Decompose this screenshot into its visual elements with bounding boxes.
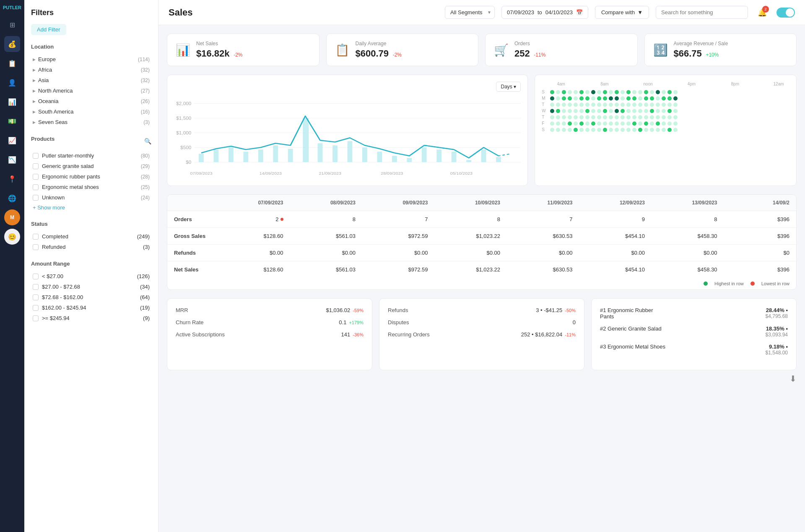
product-checkbox-3[interactable] <box>33 184 39 190</box>
heatmap-dot <box>603 96 607 101</box>
heatmap-dot <box>656 109 660 113</box>
sidebar-item-trend[interactable]: 📉 <box>4 152 20 168</box>
heatmap-dot <box>597 109 601 113</box>
amount-checkbox-2[interactable] <box>33 294 39 300</box>
heatmap-dot <box>568 103 572 107</box>
heatmap-dot <box>662 103 666 107</box>
heatmap-dot <box>568 96 572 101</box>
heatmap-dot <box>650 115 654 119</box>
sidebar-item-dollar[interactable]: 💵 <box>4 113 20 129</box>
location-item-oceania[interactable]: ▶ Oceania (26) <box>31 96 151 106</box>
metric-value: 3 • -$41.25 <box>536 307 562 313</box>
page-title: Sales <box>169 7 193 18</box>
sales-chart: Days ▾ $2,000 $1,500 $1,000 $500 <box>167 75 528 186</box>
table-header-3: 09/09/2023 <box>362 195 435 211</box>
heatmap-dot <box>662 121 666 126</box>
metric-label: Churn Rate <box>176 319 203 325</box>
heatmap-dot <box>638 121 642 126</box>
location-item-south-america[interactable]: ▶ South America (16) <box>31 106 151 117</box>
svg-rect-29 <box>392 156 397 162</box>
kpi-row: 📊 Net Sales $16.82k -2% 📋 Daily Average … <box>167 34 797 66</box>
svg-rect-21 <box>273 145 278 162</box>
cell-3-0: $128.60 <box>218 261 290 278</box>
status-checkbox-0[interactable] <box>33 234 39 240</box>
sidebar-item-customers[interactable]: 👤 <box>4 75 20 90</box>
svg-rect-19 <box>243 152 248 162</box>
heatmap-time-label: noon <box>637 82 659 86</box>
metric-value: $1,036.02 <box>326 307 350 313</box>
product-checkbox-1[interactable] <box>33 163 39 169</box>
heatmap-dot <box>626 109 631 113</box>
kpi-value-3: $66.75 <box>674 48 702 59</box>
segment-select[interactable]: All Segments <box>445 6 495 19</box>
sidebar-item-chart[interactable]: 📈 <box>4 132 20 148</box>
product-checkbox-2[interactable] <box>33 174 39 180</box>
product-checkbox-4[interactable] <box>33 195 39 201</box>
orders-value: 2 <box>275 216 283 222</box>
cell-label-2: Refunds <box>167 245 218 261</box>
location-name: Oceania <box>38 98 58 104</box>
location-item-africa[interactable]: ▶ Africa (32) <box>31 65 151 75</box>
location-item-asia[interactable]: ▶ Asia (32) <box>31 75 151 85</box>
top-product-pct-2: 9.18% • <box>766 343 788 350</box>
face-icon[interactable]: 😊 <box>4 229 20 245</box>
heatmap-dot <box>550 121 554 126</box>
svg-rect-18 <box>229 147 234 162</box>
heatmap-time-label: 8pm <box>724 82 746 86</box>
amount-item-4: >= $245.94 (9) <box>31 313 151 323</box>
date-range-picker[interactable]: 07/09/2023 to 04/10/2023 📅 <box>501 6 588 19</box>
svg-rect-23 <box>303 118 309 162</box>
amount-checkbox-4[interactable] <box>33 315 39 321</box>
top-product-stats-2: 9.18% • $1,548.00 <box>766 343 788 356</box>
table-row-3: Net Sales$128.60$561.03$972.59$1,023.22$… <box>167 261 796 278</box>
heatmap-dot <box>650 128 654 132</box>
top-product-stats-0: 28.44% • $4,795.68 <box>766 307 788 319</box>
heatmap-dot <box>568 128 572 132</box>
sidebar-item-orders[interactable]: 📋 <box>4 55 20 71</box>
search-input[interactable] <box>656 6 748 19</box>
filters-panel: Filters Add Filter Location ▶ Europe (11… <box>24 0 158 532</box>
svg-rect-16 <box>199 154 204 162</box>
location-item-seven-seas[interactable]: ▶ Seven Seas (3) <box>31 117 151 127</box>
sidebar-item-pin[interactable]: 📍 <box>4 171 20 187</box>
add-filter-button[interactable]: Add Filter <box>31 24 66 35</box>
amount-checkbox-3[interactable] <box>33 305 39 311</box>
kpi-value-1: $600.79 <box>356 48 389 59</box>
kpi-icon-1: 📋 <box>335 43 350 57</box>
location-item-north-america[interactable]: ▶ North America (27) <box>31 85 151 96</box>
heatmap-dot <box>673 128 678 132</box>
status-checkbox-1[interactable] <box>33 244 39 250</box>
show-more-button[interactable]: + Show more <box>31 203 151 212</box>
user-avatar[interactable]: M <box>4 209 20 225</box>
kpi-label-3: Average Revenue / Sale <box>674 41 728 46</box>
download-button[interactable]: ⬇ <box>789 374 797 384</box>
svg-rect-31 <box>422 147 427 162</box>
heatmap-dot <box>644 121 648 126</box>
amount-title: Amount Range <box>31 261 151 267</box>
amount-checkbox-1[interactable] <box>33 284 39 290</box>
theme-toggle[interactable] <box>776 8 795 18</box>
lowest-dot <box>750 281 755 286</box>
products-search-icon[interactable]: 🔍 <box>144 138 151 145</box>
heatmap-dot <box>556 109 560 113</box>
compare-button[interactable]: Compare with ▼ <box>595 6 649 19</box>
heatmap-day-label: S <box>542 90 549 94</box>
location-item-europe[interactable]: ▶ Europe (114) <box>31 54 151 65</box>
table-header-5: 11/09/2023 <box>507 195 579 211</box>
sidebar-item-sales[interactable]: 💰 <box>4 36 20 52</box>
date-to: 04/10/2023 <box>545 9 573 15</box>
segment-selector[interactable]: All Segments ▼ <box>445 6 495 19</box>
sidebar-item-dashboard[interactable]: ⊞ <box>4 17 20 33</box>
sidebar-item-globe[interactable]: 🌐 <box>4 190 20 206</box>
amount-checkbox-0[interactable] <box>33 274 39 279</box>
svg-rect-26 <box>348 141 353 162</box>
location-count: (114) <box>138 57 150 62</box>
amount-range-1: $27.00 - $72.68 <box>42 284 80 290</box>
product-checkbox-0[interactable] <box>33 153 39 159</box>
metric-change: -11% <box>565 332 576 337</box>
days-button[interactable]: Days ▾ <box>496 82 521 92</box>
sidebar-item-reports[interactable]: 📊 <box>4 94 20 110</box>
heatmap-dot <box>662 128 666 132</box>
notification-button[interactable]: 🔔 2 <box>755 5 770 20</box>
metrics-left-card: MRR $1,036.02 -59% Churn Rate 0.1 +179% … <box>167 298 372 370</box>
